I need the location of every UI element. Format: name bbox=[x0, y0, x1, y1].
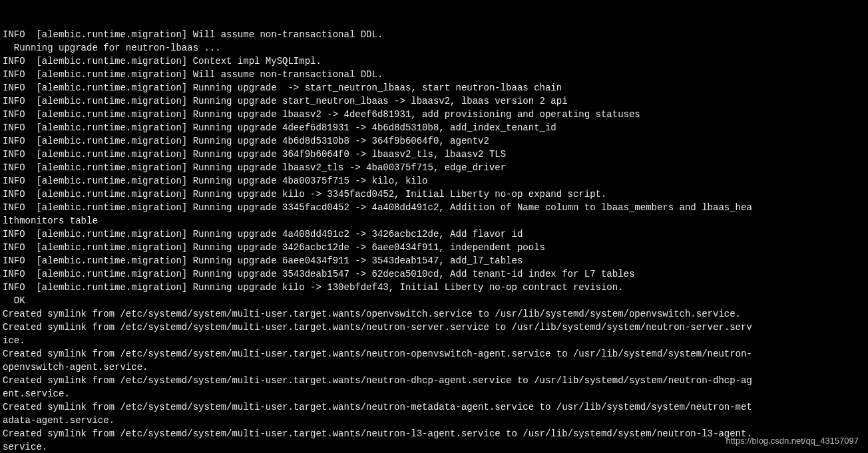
terminal-line: Created symlink from /etc/systemd/system… bbox=[3, 347, 865, 361]
terminal-line: OK bbox=[3, 294, 865, 307]
terminal-line: INFO [alembic.runtime.migration] Running… bbox=[3, 121, 865, 134]
terminal-line: INFO [alembic.runtime.migration] Context… bbox=[3, 55, 865, 68]
terminal-line: INFO [alembic.runtime.migration] Will as… bbox=[3, 28, 865, 41]
terminal-output: INFO [alembic.runtime.migration] Will as… bbox=[3, 28, 865, 453]
terminal-line: INFO [alembic.runtime.migration] Will as… bbox=[3, 68, 865, 81]
terminal-line: INFO [alembic.runtime.migration] Running… bbox=[3, 267, 865, 281]
terminal-line: Created symlink from /etc/systemd/system… bbox=[3, 374, 865, 387]
terminal-line: INFO [alembic.runtime.migration] Running… bbox=[3, 134, 865, 148]
terminal-line: lthmonitors table bbox=[3, 214, 865, 227]
terminal-line: INFO [alembic.runtime.migration] Running… bbox=[3, 108, 865, 121]
terminal-line: INFO [alembic.runtime.migration] Running… bbox=[3, 227, 865, 241]
terminal-line: Created symlink from /etc/systemd/system… bbox=[3, 321, 865, 334]
terminal-line: service. bbox=[3, 440, 865, 453]
terminal-line: INFO [alembic.runtime.migration] Running… bbox=[3, 94, 865, 108]
terminal-line: ice. bbox=[3, 334, 865, 347]
terminal-line: INFO [alembic.runtime.migration] Running… bbox=[3, 281, 865, 294]
terminal-line: INFO [alembic.runtime.migration] Running… bbox=[3, 174, 865, 188]
terminal-line: adata-agent.service. bbox=[3, 414, 865, 427]
terminal-line: INFO [alembic.runtime.migration] Running… bbox=[3, 148, 865, 161]
terminal-line: Created symlink from /etc/systemd/system… bbox=[3, 400, 865, 414]
terminal-line: INFO [alembic.runtime.migration] Running… bbox=[3, 241, 865, 254]
terminal-line: Created symlink from /etc/systemd/system… bbox=[3, 427, 865, 440]
terminal-line: INFO [alembic.runtime.migration] Running… bbox=[3, 188, 865, 201]
terminal-line: INFO [alembic.runtime.migration] Running… bbox=[3, 254, 865, 267]
terminal-line: Running upgrade for neutron-lbaas ... bbox=[3, 41, 865, 55]
terminal[interactable]: INFO [alembic.runtime.migration] Will as… bbox=[0, 0, 868, 453]
terminal-line: INFO [alembic.runtime.migration] Running… bbox=[3, 81, 865, 94]
terminal-line: INFO [alembic.runtime.migration] Running… bbox=[3, 201, 865, 214]
terminal-line: openvswitch-agent.service. bbox=[3, 361, 865, 374]
terminal-line: ent.service. bbox=[3, 387, 865, 400]
terminal-line: INFO [alembic.runtime.migration] Running… bbox=[3, 161, 865, 174]
terminal-line: Created symlink from /etc/systemd/system… bbox=[3, 307, 865, 321]
